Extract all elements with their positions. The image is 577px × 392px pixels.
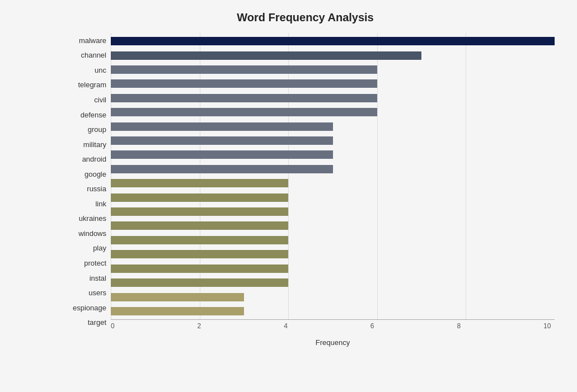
bar-row-channel: [111, 48, 555, 62]
bar-row-play: [111, 233, 555, 247]
bar-civil: [111, 94, 377, 102]
y-label-telegram: telegram: [78, 78, 106, 93]
bars-wrapper: [111, 33, 555, 319]
bar-malware: [111, 37, 555, 45]
bar-row-telegram: [111, 77, 555, 91]
bar-row-target: [111, 304, 555, 318]
bar-row-android: [111, 148, 555, 162]
y-label-channel: channel: [81, 48, 106, 63]
y-label-play: play: [93, 241, 106, 256]
bar-windows: [111, 221, 288, 230]
x-ticks: 0246810: [111, 320, 555, 336]
x-axis: 0246810: [111, 319, 555, 336]
bar-link: [111, 193, 288, 202]
bar-row-link: [111, 190, 555, 204]
bar-play: [111, 236, 288, 244]
bars-grid: [111, 33, 555, 319]
bar-unc: [111, 65, 377, 74]
y-label-russia: russia: [87, 181, 106, 196]
bar-row-protect: [111, 247, 555, 261]
bar-row-malware: [111, 34, 555, 48]
bar-row-russia: [111, 176, 555, 190]
bar-protect: [111, 250, 288, 258]
bar-instal: [111, 265, 288, 273]
bar-espionage: [111, 293, 244, 301]
y-label-link: link: [95, 196, 106, 211]
bar-row-defense: [111, 105, 555, 119]
bar-group: [111, 122, 333, 131]
x-tick-2: 2: [198, 322, 284, 330]
bar-row-windows: [111, 219, 555, 233]
y-labels: malwarechannelunctelegramcivildefensegro…: [56, 33, 106, 347]
bar-target: [111, 307, 244, 315]
bars-and-xaxis: 0246810 Frequency: [111, 33, 555, 347]
bar-row-unc: [111, 63, 555, 77]
bar-row-military: [111, 134, 555, 148]
x-tick-4: 4: [284, 322, 370, 330]
bar-row-civil: [111, 91, 555, 105]
bar-row-espionage: [111, 290, 555, 304]
x-tick-8: 8: [457, 322, 543, 330]
y-label-malware: malware: [79, 33, 106, 48]
bar-channel: [111, 51, 421, 60]
bar-row-google: [111, 162, 555, 176]
y-label-civil: civil: [94, 92, 106, 107]
chart-area: malwarechannelunctelegramcivildefensegro…: [56, 33, 555, 347]
y-label-protect: protect: [84, 256, 106, 271]
y-label-unc: unc: [95, 63, 106, 78]
bar-row-users: [111, 276, 555, 290]
bar-android: [111, 150, 333, 159]
bar-row-group: [111, 119, 555, 133]
bar-row-instal: [111, 262, 555, 276]
y-label-defense: defense: [81, 107, 106, 122]
y-label-espionage: espionage: [73, 300, 106, 315]
bar-users: [111, 278, 288, 287]
y-label-windows: windows: [78, 226, 106, 241]
y-label-ukraines: ukraines: [79, 211, 106, 226]
x-tick-0: 0: [111, 322, 198, 330]
bar-russia: [111, 179, 288, 187]
y-label-google: google: [85, 167, 106, 182]
chart-container: Word Frequency Analysis malwarechannelun…: [0, 0, 577, 392]
chart-title: Word Frequency Analysis: [56, 11, 555, 24]
x-tick-10: 10: [543, 322, 555, 330]
bar-telegram: [111, 79, 377, 88]
y-label-target: target: [88, 315, 106, 330]
bar-google: [111, 165, 333, 173]
x-tick-6: 6: [370, 322, 457, 330]
bar-defense: [111, 108, 377, 116]
y-label-military: military: [83, 137, 106, 152]
y-label-instal: instal: [90, 271, 106, 286]
y-label-android: android: [82, 152, 106, 167]
x-axis-label: Frequency: [111, 338, 555, 347]
y-label-group: group: [88, 122, 106, 137]
bar-military: [111, 136, 333, 145]
y-label-users: users: [88, 285, 106, 300]
bar-row-ukraines: [111, 205, 555, 219]
bar-ukraines: [111, 207, 288, 216]
